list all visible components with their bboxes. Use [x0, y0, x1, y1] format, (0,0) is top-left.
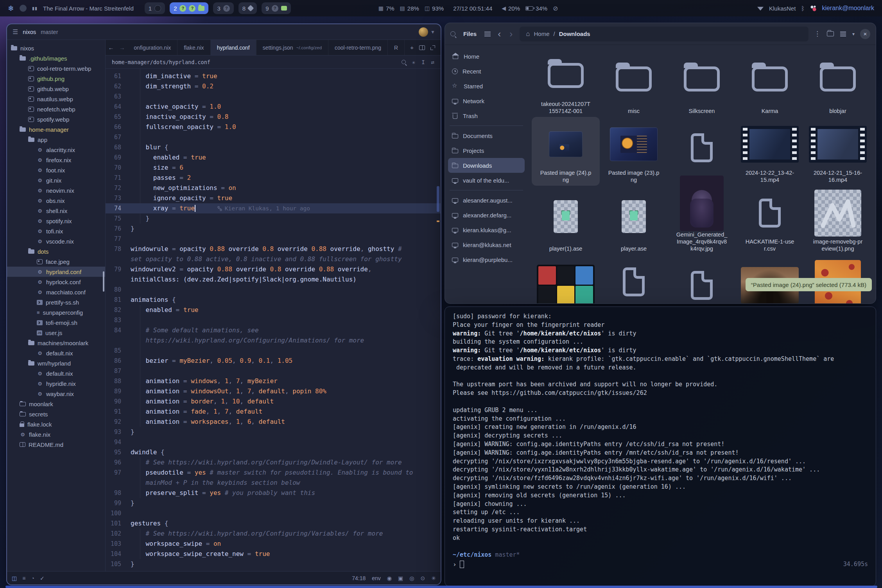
sidebar-item-trash[interactable]: Trash: [448, 108, 525, 123]
tree-item[interactable]: tofi.nix: [7, 226, 105, 236]
tree-item[interactable]: github.webp: [7, 84, 105, 94]
code-line[interactable]: 86 bezier = myBezier, 0.05, 0.9, 0.1, 1.…: [106, 356, 441, 366]
git-branch-label[interactable]: master: [41, 29, 58, 35]
crumb-home[interactable]: Home: [534, 30, 549, 37]
tree-item[interactable]: home-manager: [7, 124, 105, 134]
mic-muted-icon[interactable]: ⊘: [553, 5, 558, 12]
code-line[interactable]: 98 preserve_split = yes # you probably w…: [106, 488, 441, 498]
code-line[interactable]: 101gestures {: [106, 518, 441, 529]
file-item[interactable]: ca.crt: [668, 255, 736, 303]
file-item[interactable]: Karma: [736, 48, 804, 117]
avatar[interactable]: [419, 27, 428, 37]
tab-cool-retro-term-png[interactable]: cool-retro-term.png: [328, 40, 388, 55]
file-item[interactable]: HACKATIME-1-user.csv: [736, 186, 804, 255]
code-line[interactable]: 64 active_opacity = 1.0: [106, 102, 441, 112]
sidebar-item-kieran-klukas-net[interactable]: kieran@klukas.net: [448, 237, 525, 252]
code-line[interactable]: 77: [106, 234, 441, 244]
sidebar-item-alesander-august-[interactable]: alesander.august...: [448, 193, 525, 208]
sidebar-scrollbar[interactable]: [103, 271, 104, 292]
tree-item[interactable]: spotify.nix: [7, 216, 105, 226]
code-line[interactable]: 67: [106, 132, 441, 142]
tree-item[interactable]: prettify-ss.sh: [7, 297, 105, 307]
tree-item[interactable]: waybar.nix: [7, 389, 105, 399]
code-line[interactable]: 72 new_optimizations = on: [106, 183, 441, 193]
zoom-pane-icon[interactable]: [430, 45, 435, 50]
file-item[interactable]: wrapped.png: [532, 255, 600, 303]
code-line[interactable]: 79windowrulev2 = opacity 0.88 override 0…: [106, 264, 441, 274]
code-line[interactable]: 104 workspace_swipe_create_new = true: [106, 549, 441, 559]
files-search-icon[interactable]: [450, 31, 455, 36]
code-line[interactable]: 105}: [106, 559, 441, 569]
new-tab-icon[interactable]: +: [410, 44, 414, 51]
tree-item[interactable]: nautilus.webp: [7, 94, 105, 104]
tree-item[interactable]: default.nix: [7, 348, 105, 358]
nixos-logo-icon[interactable]: ❄: [8, 4, 14, 13]
code-line[interactable]: 81animations {: [106, 295, 441, 305]
bluetooth-icon[interactable]: ᛒ: [801, 5, 805, 12]
code-line[interactable]: 106: [106, 569, 441, 571]
close-icon[interactable]: ×: [860, 29, 870, 39]
code-line[interactable]: 88 animation = windows, 1, 7, myBezier: [106, 376, 441, 386]
editor-scrollbar[interactable]: [437, 186, 439, 212]
code-line[interactable]: 83: [106, 315, 441, 325]
mic-icon[interactable]: ⊙: [421, 575, 425, 581]
tree-item[interactable]: wm/hyprland: [7, 358, 105, 368]
tree-item[interactable]: obs.nix: [7, 195, 105, 206]
tree-item[interactable]: default.nix: [7, 368, 105, 378]
code-line[interactable]: 103 workspace_swipe = on: [106, 539, 441, 549]
code-line[interactable]: 73 ignore_opacity = true: [106, 193, 441, 203]
code-line[interactable]: 70 size = 6: [106, 163, 441, 173]
diff-icon[interactable]: ⇄: [431, 59, 434, 65]
file-item[interactable]: 2024-12-21_15-16-16.mp4: [804, 117, 872, 186]
code-line[interactable]: 74 xray = trueKieran Klukas, 1 hour ago: [106, 203, 441, 213]
sidebar-item-downloads[interactable]: Downloads: [448, 158, 525, 173]
tree-item[interactable]: machines/moonlark: [7, 338, 105, 348]
code-line[interactable]: 69 enabled = true: [106, 152, 441, 163]
clock[interactable]: 27/12 00:51:44: [453, 5, 492, 12]
magic-icon[interactable]: ✳: [412, 59, 415, 65]
view-chevron-icon[interactable]: ▾: [852, 31, 855, 37]
chat-icon[interactable]: ◎: [409, 575, 414, 581]
code-line[interactable]: 66 fullscreen_opacity = 1.0: [106, 122, 441, 132]
project-panel-icon[interactable]: ◫: [12, 575, 17, 581]
tree-item[interactable]: hypridle.nix: [7, 378, 105, 389]
file-item[interactable]: takeout-20241207T155714Z-001: [532, 48, 600, 117]
code-line[interactable]: 90 animation = border, 1, 10, default: [106, 396, 441, 407]
sidebar-item-documents[interactable]: Documents: [448, 128, 525, 143]
collab-icon[interactable]: ◔: [31, 575, 34, 581]
terminal-toggle-icon[interactable]: ▣: [398, 575, 403, 581]
code-line[interactable]: 65 inactive_opacity = 0.8: [106, 112, 441, 122]
sidebar-item-projects[interactable]: Projects: [448, 143, 525, 158]
cursor-mode-icon[interactable]: I: [421, 59, 425, 65]
file-item[interactable]: image-removebg-preview(1).png: [804, 186, 872, 255]
tree-item[interactable]: firefox.nix: [7, 155, 105, 165]
tree-item[interactable]: macchiato.conf: [7, 287, 105, 297]
workspace-8[interactable]: 8: [238, 2, 257, 14]
code-line[interactable]: 80: [106, 285, 441, 295]
tab-r[interactable]: R: [388, 40, 405, 55]
workspace-1[interactable]: 1: [145, 2, 165, 14]
code-line[interactable]: 76}: [106, 224, 441, 234]
code-line[interactable]: https://wiki.hyprland.org/Configuring/An…: [106, 335, 441, 346]
tree-item[interactable]: alacritty.nix: [7, 145, 105, 155]
tree-item[interactable]: sunpaperconfig: [7, 307, 105, 317]
sidebar-item-network[interactable]: Network: [448, 93, 525, 108]
file-item[interactable]: Pasted image (24).png: [532, 117, 600, 186]
code-line[interactable]: 78windowrule = opacity 0.88 override 0.8…: [106, 244, 441, 254]
tree-item[interactable]: user.js: [7, 328, 105, 338]
tab-onfiguration-nix[interactable]: onfiguration.nix: [127, 40, 177, 55]
sidebar-item-vault-of-the-eldu-[interactable]: vault of the eldu...: [448, 173, 525, 188]
copilot-icon[interactable]: ◉: [387, 575, 392, 581]
tree-item[interactable]: github.png: [7, 74, 105, 84]
file-item[interactable]: blobjar: [804, 48, 872, 117]
code-line[interactable]: 100: [106, 508, 441, 518]
workspace-9[interactable]: 9: [262, 2, 290, 14]
code-line[interactable]: 84 # Some default animations, see: [106, 325, 441, 335]
tree-item[interactable]: face.jpeg: [7, 256, 105, 267]
volume-stat[interactable]: ◀20%: [502, 5, 520, 12]
tray-icon[interactable]: [810, 5, 816, 11]
code-line[interactable]: initialClass: (dev.zed.Zed|spotify|Slack…: [106, 274, 441, 285]
code-line[interactable]: 63: [106, 91, 441, 102]
code-line[interactable]: mainMod + P in the keybinds section belo…: [106, 478, 441, 488]
terminal-prompt[interactable]: › 34.695s: [453, 559, 868, 569]
